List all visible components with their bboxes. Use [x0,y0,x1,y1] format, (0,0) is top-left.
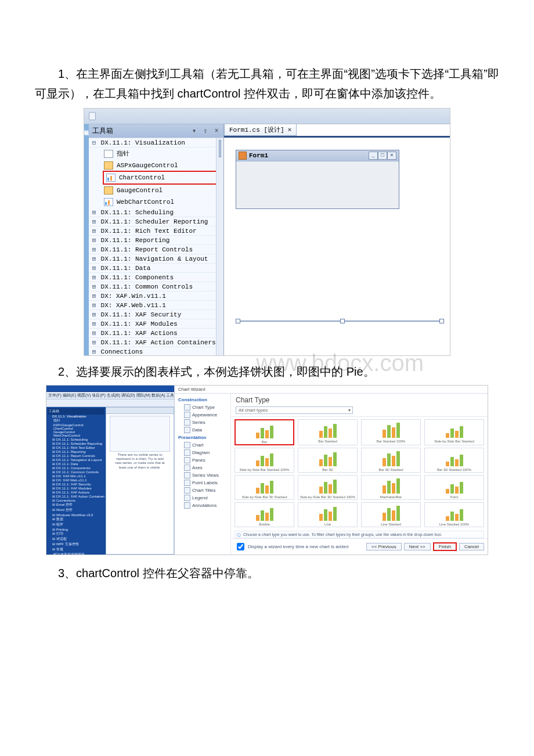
toolbox-group[interactable]: DX.11.1: Report Controls [89,245,223,254]
mini-toolbox-group[interactable]: ⊞ DX: XAF.Win.v11.1 [48,474,104,478]
mini-toolbox-group[interactable]: ⊞ 常规 [48,547,104,552]
mini-toolbox-group[interactable]: ⊞ DX.11.1: XAF Action Containers [48,494,104,498]
toolbox-close-icon[interactable]: × [213,127,220,135]
chart-type-filter-dropdown[interactable]: All chart types [236,406,353,414]
mini-toolbox-group[interactable]: ⊞ Windows Workflow v3.0 [48,513,104,517]
toolbox-item-chartcontrol[interactable]: ChartControl [104,172,221,183]
next-button[interactable]: Next >> [404,543,431,550]
chart-type-tile[interactable]: Bar Stacked 100% [361,419,421,445]
finish-button[interactable]: Finish [433,542,457,551]
mini-toolbox-group[interactable]: ⊞ Excel 控件 [48,502,104,507]
chart-type-tile[interactable]: Bar [234,419,294,445]
nav-item[interactable]: Series [175,419,230,426]
mini-toolbox-group[interactable]: ⊞ Word 控件 [48,507,104,513]
chart-type-tile[interactable]: ManhattanBar [361,475,421,500]
toolbox-group[interactable]: DX.11.1: Components [89,273,223,282]
mini-toolbox-group[interactable]: ⊞ DX.11.1: Scheduling [48,437,104,441]
mini-toolbox-group[interactable]: ⊞ DX.11.1: Report Controls [48,453,104,458]
toolbox-group[interactable]: Connections [89,347,223,355]
document-tab[interactable]: Form1.cs [设计] × [224,124,297,136]
mini-toolbox-group[interactable]: ⊞ DX.11.1: Data [48,462,104,466]
nav-item[interactable]: Data [175,426,230,434]
mini-toolbox-group[interactable]: ⊞ DX.11.1: Components [48,466,104,470]
toolbox-group[interactable]: DX.11.1: XAF Actions [89,329,223,338]
toolbox-item-pointer[interactable]: 指针 [102,147,223,160]
resize-track[interactable] [236,321,444,322]
show-wizard-checkbox[interactable]: Display a wizard every time a new chart … [234,541,348,552]
mini-toolbox-group[interactable]: ⊞ DX.11.1: Common Controls [48,470,104,474]
mini-toolbox-group[interactable]: ⊞ 打印 [48,531,104,537]
mini-toolbox-group[interactable]: ⊞ DX.11.1: XAF Modules [48,486,104,490]
mini-toolbox-group[interactable]: ⊞ DX.11.1: Rich Text Editor [48,445,104,449]
chart-type-tile[interactable]: Line Stacked [361,502,421,527]
toolbox-group[interactable]: DX.11.1: Reporting [89,236,223,245]
mini-toolbox-group[interactable]: ⊞ DX.11.1: XAF Actions [48,490,104,494]
mini-toolbox-group[interactable]: ⊞ 对话框 [48,537,104,542]
toolbox-item-aspxgauge[interactable]: ASPxGaugeControl [102,160,223,171]
toolbox-group[interactable]: DX.11.1: Navigation & Layout [89,254,223,264]
nav-item[interactable]: Series Views [175,471,230,479]
mini-toolbox-group[interactable]: ⊞ Printing [48,527,104,531]
mini-toolbox-group[interactable]: ⊞ DX.11.1: Scheduler Reporting [48,441,104,445]
toolbox-group-visualization[interactable]: DX.11.1: Visualization [89,138,223,147]
toolbox-pin-icon[interactable]: ⇧ [202,127,209,135]
toolbox-group[interactable]: DX.11.1: Rich Text Editor [89,226,223,236]
close-icon[interactable]: × [387,152,396,160]
toolbox-item-webchartcontrol[interactable]: WebChartControl [102,196,223,208]
mini-toolbox-item[interactable]: 指针 [48,418,104,423]
minimize-icon[interactable]: _ [369,152,378,160]
nav-item[interactable]: Diagram [175,449,230,456]
nav-item[interactable]: Appearance [175,411,230,419]
nav-item[interactable]: Chart Type [175,404,230,411]
toolbox-title-bar[interactable]: 工具箱 ▾ ⇧ × [89,124,223,138]
chart-type-tile[interactable]: Bar 3D [298,448,358,473]
nav-item[interactable]: Chart [175,441,230,449]
vs-toolbar[interactable] [46,399,174,407]
chart-type-tile[interactable]: Line [298,502,358,527]
mini-toolbox-group[interactable]: ⊞ DX.11.1: Navigation & Layout [48,458,104,462]
toolbox-group[interactable]: DX.11.1: XAF Security [89,310,223,319]
form-designer-window[interactable]: Form1 _ □ × [236,150,399,209]
vs-toolbox-mini[interactable]: 工具箱 DX.11.1: Visualization 指针 ASPxGaugeC… [46,407,106,555]
toolbox-group[interactable]: DX.11.1: Common Controls [89,282,223,291]
chart-type-tile[interactable]: Bar 3D Stacked [361,448,421,473]
chart-type-tile[interactable]: Bar Stacked [298,419,358,445]
mini-toolbox-group[interactable]: ⊞ WPF 互操作性 [48,542,104,547]
vs-menubar[interactable]: 文件(F) 编辑(E) 视图(V) 项目(P) 生成(B) 调试(D) 团队(M… [46,392,174,399]
mini-toolbox-item[interactable]: 解决方案资源管理器 [48,552,104,555]
maximize-icon[interactable]: □ [378,152,387,160]
chart-type-tile[interactable]: Side-by-Side Bar 3D Stacked 100% [298,475,358,500]
designer-surface[interactable]: Form1.cs [设计] × Form1 _ □ × [224,124,450,355]
nav-item[interactable]: Legend [175,494,230,502]
toolbox-group[interactable]: DX.11.1: XAF Action Containers [89,338,223,347]
mini-toolbox-group[interactable]: ⊞ DX: XAF.Web.v11.1 [48,478,104,482]
mini-toolbox-group[interactable]: ⊞ DX.11.1: Reporting [48,449,104,453]
chart-type-tile[interactable]: Side-by-Side Bar Stacked 100% [234,448,294,473]
chart-type-tile[interactable]: Side-by-Side Bar 3D Stacked [234,475,294,500]
vs-design-surface[interactable]: There are no visible series to represent… [106,407,174,555]
mini-toolbox-group[interactable]: ⊞ Connections [48,498,104,502]
chart-type-tile[interactable]: Bar 3D Stacked 100% [424,448,484,473]
nav-item[interactable]: Point Labels [175,479,230,487]
toolbox-group[interactable]: DX: XAF.Web.v11.1 [89,301,223,310]
close-icon[interactable]: × [288,127,292,134]
nav-item[interactable]: Annotations [175,502,230,509]
chart-type-tile[interactable]: Line Stacked 100% [424,502,484,527]
mini-toolbox-group[interactable]: ⊞ 数据 [48,517,104,522]
toolbox-group[interactable]: DX.11.1: Scheduler Reporting [89,217,223,226]
toolbox-group[interactable]: DX.11.1: Data [89,264,223,273]
nav-item[interactable]: Panes [175,456,230,464]
mini-toolbox-group[interactable]: ⊞ DX.11.1: XAF Security [48,482,104,486]
toolbox-scrollbar[interactable] [216,138,223,355]
nav-item[interactable]: Chart Titles [175,487,230,494]
cancel-button[interactable]: Cancel [459,543,484,550]
toolbox-group[interactable]: DX.11.1: XAF Modules [89,319,223,329]
toolbox-item-gaugecontrol[interactable]: GaugeControl [102,185,223,196]
toolbox-group[interactable]: DX: XAF.Win.v11.1 [89,291,223,301]
nav-item[interactable]: Axes [175,464,230,471]
chart-type-tile[interactable]: Side-by-Side Bar Stacked [424,419,484,445]
toolbox-dropdown-icon[interactable]: ▾ [191,127,198,135]
mini-toolbox-group[interactable]: ⊞ 组件 [48,522,104,527]
prev-button[interactable]: << Previous [366,543,402,550]
chart-type-tile[interactable]: Bubble [234,502,294,527]
